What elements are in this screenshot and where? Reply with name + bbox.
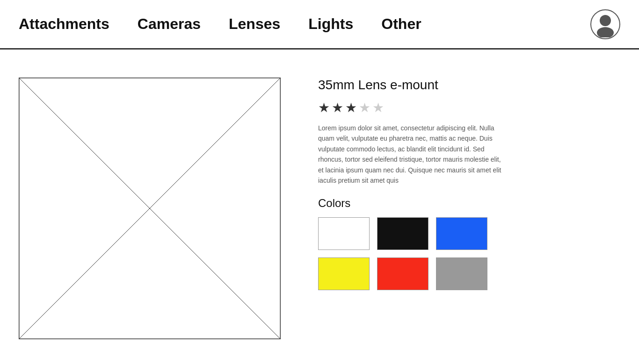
main-content: 35mm Lens e-mount ★ ★ ★ ★ ★ Lorem ipsum … (0, 50, 639, 364)
color-swatch-yellow[interactable] (318, 257, 370, 290)
colors-title: Colors (318, 197, 505, 210)
color-swatch-white[interactable] (318, 217, 370, 250)
svg-point-1 (597, 27, 614, 37)
nav-item-lenses[interactable]: Lenses (229, 15, 280, 33)
star-2: ★ (332, 100, 343, 115)
user-avatar[interactable] (590, 9, 620, 39)
colors-section: Colors (318, 197, 505, 290)
star-rating[interactable]: ★ ★ ★ ★ ★ (318, 100, 505, 115)
product-image-placeholder (19, 78, 281, 339)
nav-item-attachments[interactable]: Attachments (19, 15, 109, 33)
main-header: Attachments Cameras Lenses Lights Other (0, 0, 639, 50)
star-1: ★ (318, 100, 330, 115)
color-swatch-red[interactable] (377, 257, 428, 290)
avatar-icon (592, 11, 618, 37)
placeholder-image (19, 78, 280, 339)
star-4: ★ (359, 100, 370, 115)
color-swatch-black[interactable] (377, 217, 428, 250)
color-swatch-gray[interactable] (436, 257, 487, 290)
svg-point-0 (600, 15, 611, 26)
nav-bar: Attachments Cameras Lenses Lights Other (19, 15, 421, 33)
nav-item-cameras[interactable]: Cameras (138, 15, 201, 33)
product-title: 35mm Lens e-mount (318, 78, 505, 93)
color-swatch-blue[interactable] (436, 217, 487, 250)
colors-grid (318, 217, 505, 290)
nav-item-other[interactable]: Other (381, 15, 421, 33)
product-description: Lorem ipsum dolor sit amet, consectetur … (318, 123, 505, 186)
nav-item-lights[interactable]: Lights (308, 15, 353, 33)
product-details: 35mm Lens e-mount ★ ★ ★ ★ ★ Lorem ipsum … (318, 78, 505, 339)
star-5: ★ (372, 100, 384, 115)
star-3: ★ (345, 100, 357, 115)
